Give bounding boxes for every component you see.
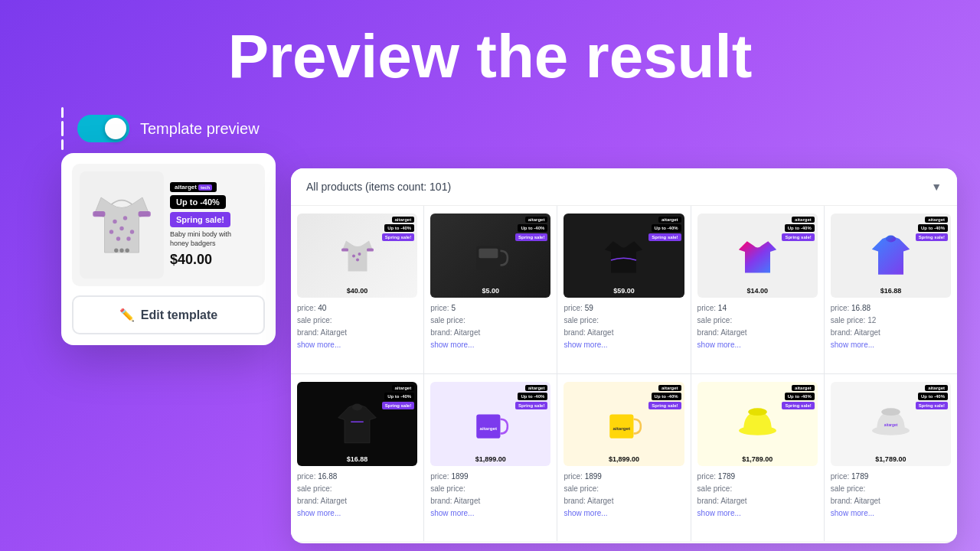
thumb-brand-3: aitarget xyxy=(658,217,681,223)
thumb-overlay-3: aitarget Up to -40% Spring sale! xyxy=(648,217,681,241)
template-card: aitarget tech Up to -40% Spring sale! Ba… xyxy=(61,153,276,345)
thumb-discount-8: Up to -40% xyxy=(652,393,681,400)
template-info: aitarget tech Up to -40% Spring sale! Ba… xyxy=(164,179,257,270)
svg-point-20 xyxy=(352,403,362,410)
thumb-sale-10: Spring sale! xyxy=(916,402,948,409)
svg-point-4 xyxy=(130,230,134,233)
thumb-brand-5: aitarget xyxy=(925,217,948,223)
svg-text:aitarget: aitarget xyxy=(613,425,631,430)
products-header: All products (items count: 101) ▼ xyxy=(291,168,957,206)
thumb-brand-4: aitarget xyxy=(792,217,815,223)
show-more-2[interactable]: show more... xyxy=(430,339,550,351)
thumb-discount-7: Up to -40% xyxy=(518,393,547,400)
svg-text:aitarget: aitarget xyxy=(479,425,497,430)
products-grid: aitarget Up to -40% Spring sale! $40.00 … xyxy=(291,206,957,541)
svg-point-28 xyxy=(881,408,900,416)
product-cell-2: aitarget Up to -40% Spring sale! $5.00 p… xyxy=(424,206,557,373)
show-more-6[interactable]: show more... xyxy=(297,507,417,520)
svg-point-19 xyxy=(886,236,896,243)
toggle-label: Template preview xyxy=(140,120,260,138)
thumb-discount-1: Up to -40% xyxy=(384,224,414,232)
thumb-sale-4: Spring sale! xyxy=(782,233,814,241)
product-cell-5: aitarget Up to -40% Spring sale! xyxy=(825,206,957,373)
thumb-sale-5: Spring sale! xyxy=(916,233,948,241)
product-meta-6: price: 16.88 sale price: brand: Aitarget… xyxy=(297,471,417,520)
product-cell-6: aitarget Up to -40% Spring sale! $16.88 … xyxy=(291,374,423,542)
svg-point-3 xyxy=(109,230,113,233)
toggle-area: Template preview xyxy=(61,107,260,150)
thumb-discount-9: Up to -40% xyxy=(785,393,815,400)
product-meta-7: price: 1899 sale price: brand: Aitarget … xyxy=(430,471,550,520)
svg-point-8 xyxy=(119,249,123,253)
svg-rect-11 xyxy=(139,211,151,217)
products-panel: All products (items count: 101) ▼ aitarg… xyxy=(291,168,957,543)
svg-point-2 xyxy=(119,227,123,230)
thumb-overlay-9: aitarget Up to -40% Spring sale! xyxy=(782,385,814,409)
show-more-7[interactable]: show more... xyxy=(430,507,550,520)
thumb-sale-7: Spring sale! xyxy=(515,402,547,409)
svg-point-6 xyxy=(126,236,130,240)
bodysuit-svg xyxy=(87,183,156,267)
product-cell-7: aitarget Up to -40% Spring sale! aitarge… xyxy=(424,374,557,542)
thumb-overlay-10: aitarget Up to -40% Spring sale! xyxy=(916,385,948,409)
show-more-5[interactable]: show more... xyxy=(831,339,951,351)
thumb-brand-1: aitarget xyxy=(392,217,415,223)
show-more-1[interactable]: show more... xyxy=(297,339,417,351)
product-thumb-2: aitarget Up to -40% Spring sale! $5.00 xyxy=(430,214,550,298)
pencil-icon: ✏️ xyxy=(119,308,135,322)
products-dropdown-label: All products (items count: 101) xyxy=(306,181,451,193)
product-meta-2: price: 5 sale price: brand: Aitarget sho… xyxy=(430,302,550,351)
show-more-3[interactable]: show more... xyxy=(564,339,684,351)
thumb-discount-6: Up to -40% xyxy=(384,393,414,400)
thumb-sale-8: Spring sale! xyxy=(648,402,681,409)
svg-rect-10 xyxy=(93,211,105,217)
svg-rect-18 xyxy=(479,249,498,259)
thumb-brand-7: aitarget xyxy=(525,385,548,391)
toggle-knob xyxy=(105,118,126,139)
thumb-sale-2: Spring sale! xyxy=(515,233,547,241)
show-more-10[interactable]: show more... xyxy=(831,507,951,520)
thumb-overlay-8: aitarget Up to -40% Spring sale! xyxy=(648,385,681,409)
toggle-lines-decoration xyxy=(61,107,64,150)
thumb-brand-2: aitarget xyxy=(525,217,548,223)
thumb-brand-8: aitarget xyxy=(658,385,681,391)
edit-template-button[interactable]: ✏️ Edit template xyxy=(72,295,265,334)
svg-point-0 xyxy=(113,220,116,223)
product-thumb-4: aitarget Up to -40% Spring sale! $14.00 xyxy=(697,214,818,298)
svg-point-12 xyxy=(352,254,355,257)
thumb-sale-9: Spring sale! xyxy=(782,402,814,409)
svg-point-14 xyxy=(356,258,359,261)
sale-badge: Spring sale! xyxy=(170,212,230,227)
thumb-discount-4: Up to -40% xyxy=(785,224,815,232)
thumb-overlay-5: aitarget Up to -40% Spring sale! xyxy=(916,217,948,241)
svg-rect-16 xyxy=(367,248,374,251)
svg-point-26 xyxy=(748,408,766,416)
product-image-area xyxy=(80,171,164,279)
tech-badge: tech xyxy=(198,184,212,191)
thumb-brand-9: aitarget xyxy=(792,385,815,391)
thumb-sale-3: Spring sale! xyxy=(648,233,681,241)
thumb-overlay-2: aitarget Up to -40% Spring sale! xyxy=(515,217,547,241)
toggle-line-2 xyxy=(61,121,64,136)
product-thumb-5: aitarget Up to -40% Spring sale! xyxy=(831,214,951,298)
thumb-overlay-4: aitarget Up to -40% Spring sale! xyxy=(782,217,814,241)
product-thumb-8: aitarget Up to -40% Spring sale! aitarge… xyxy=(564,382,684,466)
product-meta-1: price: 40 sale price: brand: Aitarget sh… xyxy=(297,302,417,351)
product-price: $40.00 xyxy=(170,252,251,268)
thumb-discount-2: Up to -40% xyxy=(518,224,547,232)
show-more-9[interactable]: show more... xyxy=(697,507,818,520)
svg-point-13 xyxy=(358,253,361,256)
product-cell-8: aitarget Up to -40% Spring sale! aitarge… xyxy=(557,374,690,542)
product-thumb-3: aitarget Up to -40% Spring sale! $59.00 xyxy=(564,214,684,298)
product-meta-3: price: 59 sale price: brand: Aitarget sh… xyxy=(564,302,684,351)
toggle-switch[interactable] xyxy=(77,115,129,142)
product-cell-9: aitarget Up to -40% Spring sale! $1,789.… xyxy=(691,374,824,542)
svg-point-9 xyxy=(126,249,129,253)
chevron-down-icon[interactable]: ▼ xyxy=(931,181,942,193)
show-more-8[interactable]: show more... xyxy=(564,507,684,520)
product-description: Baby mini body with honey badgers xyxy=(170,230,251,248)
product-meta-9: price: 1789 sale price: brand: Aitarget … xyxy=(697,471,818,520)
product-meta-8: price: 1899 sale price: brand: Aitarget … xyxy=(564,471,684,520)
show-more-4[interactable]: show more... xyxy=(697,339,818,351)
product-thumb-10: aitarget Up to -40% Spring sale! aitarge… xyxy=(831,382,951,466)
